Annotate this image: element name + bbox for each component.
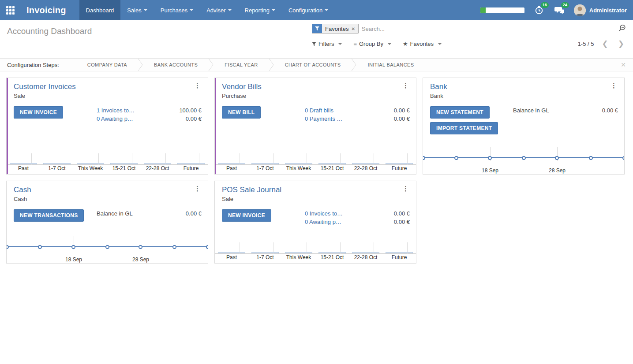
configuration-steps-bar: Configuration Steps: COMPANY DATA BANK A… [0,58,633,71]
menu-item-adviser[interactable]: Adviser [200,0,238,20]
card-customer-invoices: Customer Invoices Sale ⋮ NEW INVOICE 1 I… [6,78,208,175]
activity-count-badge: 16 [541,2,549,8]
data-point-marker [555,156,559,160]
step-initial-balances[interactable]: INITIAL BALANCES [357,62,424,67]
new-bill-button[interactable]: NEW BILL [222,106,261,119]
user-name: Administrator [589,7,627,14]
card-title[interactable]: Customer Invoices [14,82,193,91]
x-axis-label: Future [174,165,208,174]
main-menu: Dashboard Sales Purchases Adviser Report… [79,0,335,20]
activity-clock-icon[interactable]: 16 [533,4,545,16]
step-separator-icon [351,59,357,71]
data-point-marker [589,156,593,160]
x-axis-label: Future [382,165,416,174]
card-title[interactable]: Vendor Bills [222,82,401,91]
grid-icon [6,6,15,15]
stat-link[interactable]: 0 Draft bills [305,106,333,115]
mini-bar-chart: Past1-7 OctThis Week15-21 Oct22-28 OctFu… [7,144,208,174]
kebab-menu-icon[interactable]: ⋮ [401,186,410,192]
x-axis-label: 1-7 Oct [40,165,74,174]
stat-amount: 100.00 € [179,106,202,115]
x-axis-label: 18 Sep [65,256,82,263]
step-separator-icon [208,59,214,71]
stat-amount: 0.00 € [186,115,202,123]
x-axis-label: Past [7,165,40,174]
card-title[interactable]: POS Sale Journal [222,186,401,194]
x-axis-label: 15-21 Oct [315,165,349,174]
step-company-data[interactable]: COMPANY DATA [77,62,138,67]
card-subtitle: Purchase [222,93,401,99]
search-magnifier-icon[interactable] [618,24,626,33]
close-icon[interactable]: ✕ [621,61,626,68]
stat-amount: 0.00 € [394,106,410,115]
x-axis-label: Past [215,165,248,174]
import-statement-button[interactable]: IMPORT STATEMENT [430,122,498,134]
chevron-down-icon [228,9,232,11]
data-point-marker [423,156,425,160]
chevron-down-icon [338,43,342,45]
menu-item-sales[interactable]: Sales [120,0,154,20]
data-point-marker [139,245,142,249]
card-title[interactable]: Bank [430,82,610,91]
step-separator-icon [269,59,274,71]
x-axis-label: 22-28 Oct [349,254,382,263]
kebab-menu-icon[interactable]: ⋮ [193,186,202,192]
data-point-marker [454,156,458,160]
mini-line-chart: 18 Sep28 Sep [7,233,208,263]
step-fiscal-year[interactable]: FISCAL YEAR [214,62,268,67]
card-title[interactable]: Cash [14,186,193,194]
menu-item-reporting[interactable]: Reporting [238,0,282,20]
navbar-right: 16 24 Administrator [480,0,633,20]
new-invoice-button[interactable]: NEW INVOICE [222,209,271,222]
balance-label: Balance in GL [513,106,549,115]
stat-link[interactable]: 1 Invoices to… [97,106,135,115]
x-axis-label: 15-21 Oct [107,165,141,174]
card-subtitle: Cash [14,196,193,202]
chevron-down-icon [190,9,193,11]
kebab-menu-icon[interactable]: ⋮ [401,82,410,89]
search-facet-favorites[interactable]: Favorites ✕ [312,24,359,33]
new-invoice-button[interactable]: NEW INVOICE [14,106,63,119]
stat-amount: 0.00 € [602,106,618,115]
stat-amount: 0.00 € [394,218,410,226]
search-bar[interactable]: Favorites ✕ [312,24,626,35]
search-input[interactable] [362,26,615,32]
mini-line-chart: 18 Sep28 Sep [423,144,624,174]
planner-progress-bar[interactable] [480,7,524,13]
app-brand-title[interactable]: Invoicing [20,0,79,20]
pager-next-icon[interactable]: ❯ [616,40,626,48]
stat-link[interactable]: 0 Awaiting p… [97,115,133,123]
new-transactions-button[interactable]: NEW TRANSACTIONS [14,209,84,222]
pager-previous-icon[interactable]: ❮ [600,40,610,48]
kebab-menu-icon[interactable]: ⋮ [610,82,618,89]
favorites-button[interactable]: ★ Favorites [403,41,442,47]
x-axis-label: 1-7 Oct [248,165,282,174]
card-subtitle: Sale [14,93,193,99]
new-statement-button[interactable]: NEW STATEMENT [430,106,490,119]
x-axis-label: 1-7 Oct [248,254,282,263]
apps-menu-icon[interactable] [0,0,20,20]
step-bank-accounts[interactable]: BANK ACCOUNTS [143,62,208,67]
search-block: Favorites ✕ Filters ≡ Group By [312,24,626,58]
user-menu[interactable]: Administrator [574,4,627,16]
stat-link[interactable]: 0 Awaiting p… [305,218,341,226]
stat-amount: 0.00 € [186,209,202,218]
filter-funnel-icon [312,42,316,46]
messages-icon[interactable]: 24 [554,4,565,16]
menu-item-dashboard[interactable]: Dashboard [79,0,121,20]
breadcrumb: Accounting Dashboard [7,24,92,58]
menu-item-purchases[interactable]: Purchases [154,0,200,20]
stat-link[interactable]: 0 Payments … [305,115,342,123]
filters-button[interactable]: Filters [312,41,342,47]
kebab-menu-icon[interactable]: ⋮ [193,82,202,89]
stat-link[interactable]: 0 Invoices to… [305,209,343,218]
x-axis-label: This Week [282,165,315,174]
menu-item-configuration[interactable]: Configuration [282,0,335,20]
step-separator-icon [138,59,143,71]
facet-remove-icon[interactable]: ✕ [351,26,355,31]
control-panel: Accounting Dashboard Favorites ✕ [0,20,633,58]
step-chart-of-accounts[interactable]: CHART OF ACCOUNTS [274,62,352,67]
data-point-marker [172,245,176,249]
facet-label: Favorites [325,26,348,32]
group-by-button[interactable]: ≡ Group By [353,41,391,47]
